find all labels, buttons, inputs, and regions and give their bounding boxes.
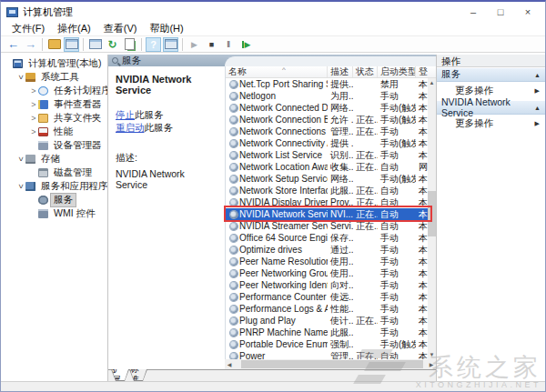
service-row[interactable]: Peer Networking Groupi... 使用... 手动 本: [226, 267, 428, 279]
actions-section-header[interactable]: NVIDIA Network Service▲: [437, 100, 545, 115]
column-header[interactable]: 名称: [226, 66, 328, 77]
forward-arrow-icon[interactable]: →: [23, 37, 38, 52]
collapse-icon[interactable]: ▲: [534, 105, 541, 111]
service-startup-type: 手动: [378, 90, 416, 103]
service-row[interactable]: NVIDIA Network Service NVI... 正在... 自动 本: [226, 208, 428, 220]
tree-item[interactable]: 计算机管理(本地): [1, 56, 107, 70]
tree-item[interactable]: > 存储: [1, 152, 107, 166]
tree-item-label[interactable]: 计算机管理(本地): [25, 57, 105, 70]
tree-expander-icon[interactable]: >: [16, 155, 25, 164]
tree-expander-icon[interactable]: >: [29, 100, 38, 109]
back-arrow-icon[interactable]: ←: [5, 37, 21, 52]
tree-expander-icon[interactable]: >: [29, 127, 38, 136]
close-button[interactable]: ×: [514, 3, 541, 21]
service-row[interactable]: Netlogon 为用... 手动 本: [226, 90, 428, 102]
tree-item-label[interactable]: 系统工具: [38, 71, 82, 84]
actions-section-header[interactable]: 服务▲: [437, 67, 545, 82]
minimize-button[interactable]: –: [460, 3, 487, 21]
tree-item[interactable]: 设备管理器: [1, 138, 107, 152]
service-description: 此服...: [328, 327, 353, 339]
vertical-scrollbar[interactable]: ▲ ▼: [428, 78, 436, 359]
tree-item-label[interactable]: 共享文件夹: [51, 112, 105, 125]
service-row[interactable]: Network Location Aware... 收集... 正在... 自动…: [226, 161, 428, 173]
restart-icon[interactable]: ▶: [238, 37, 254, 52]
service-row[interactable]: PNRP Machine Name Pu... 此服... 手动 本: [226, 327, 428, 338]
tree-expander-icon[interactable]: >: [16, 73, 25, 82]
tree-item-label[interactable]: 服务: [51, 194, 76, 206]
tree-item[interactable]: 磁盘管理: [1, 166, 107, 179]
service-row[interactable]: Network Connections 管理... 正在... 手动 本: [226, 126, 428, 137]
service-row[interactable]: Office 64 Source Engine 保存... 手动 本: [226, 232, 428, 244]
tree-expander-icon[interactable]: >: [29, 114, 38, 123]
service-row[interactable]: Optimize drives 通过... 手动 本: [226, 244, 428, 256]
tree-item-label[interactable]: 设备管理器: [51, 139, 105, 152]
play-icon[interactable]: ▶: [187, 37, 202, 52]
service-startup-type: 手动: [378, 303, 416, 316]
service-row[interactable]: NVIDIA Streamer Service Servi... 正在... 自…: [226, 220, 428, 232]
service-row[interactable]: Net.Tcp Port Sharing Ser... 提供... 禁用 本: [226, 78, 428, 90]
column-header[interactable]: 描述: [328, 66, 353, 77]
column-header[interactable]: 状态: [353, 66, 378, 77]
tree-item-label[interactable]: 磁盘管理: [51, 166, 95, 179]
restart-service-link[interactable]: 重启动: [116, 122, 145, 133]
tree-item-label[interactable]: 任务计划程序: [51, 85, 108, 97]
scroll-right-icon[interactable]: ▶: [427, 361, 436, 367]
folder-icon[interactable]: [46, 37, 62, 52]
menu-item[interactable]: 查看(V): [98, 22, 143, 35]
tree-item[interactable]: > 服务和应用程序: [1, 179, 107, 193]
service-row[interactable]: Network List Service 识别... 正在... 手动 本: [226, 149, 428, 161]
tree-expander-icon[interactable]: >: [29, 86, 38, 95]
tree-item[interactable]: 服务: [1, 193, 107, 206]
console-window-icon[interactable]: [64, 37, 79, 52]
service-row[interactable]: Peer Networking Identity... 向对... 手动 本: [226, 279, 428, 291]
description-label: 描述:: [116, 152, 217, 165]
stop-icon[interactable]: ■: [204, 37, 219, 52]
tree-item-label[interactable]: 事件查看器: [51, 98, 105, 111]
collapse-icon[interactable]: ▲: [534, 72, 541, 78]
service-row[interactable]: Network Connectivity Ass... 提供 ... 手动(触发…: [226, 137, 428, 149]
tree-item-label[interactable]: 服务和应用程序: [38, 180, 108, 193]
service-row[interactable]: Peer Name Resolution Pr... 使用... 手动 本: [226, 256, 428, 267]
export-list-icon[interactable]: [122, 37, 137, 52]
tab-label: 标准: [130, 369, 147, 380]
tree-expander-icon[interactable]: >: [16, 182, 25, 191]
stop-service-link[interactable]: 停止: [116, 109, 135, 120]
menu-item[interactable]: 操作(A): [52, 22, 96, 35]
scroll-up-icon[interactable]: ▲: [428, 78, 436, 87]
column-header[interactable]: 登: [416, 66, 428, 77]
refresh-icon[interactable]: ↻: [105, 37, 120, 52]
scroll-left-icon[interactable]: ◀: [225, 361, 234, 367]
scroll-down-icon[interactable]: ▼: [428, 350, 436, 359]
tab-standard[interactable]: 标准: [129, 369, 147, 381]
service-row[interactable]: Plug and Play 使计... 正在... 手动 本: [226, 315, 428, 327]
service-row[interactable]: Network Connection Bro... 允许 ... 正在... 手…: [226, 114, 428, 126]
tree-item[interactable]: WMI 控件: [1, 206, 107, 220]
help-icon[interactable]: ?: [146, 37, 161, 52]
service-row[interactable]: Network Setup Service 网络... 手动(触发... 本: [226, 173, 428, 185]
tree-item-label[interactable]: 性能: [51, 126, 76, 138]
service-startup-type: 手动: [378, 267, 416, 280]
tree-item[interactable]: > 事件查看器: [1, 97, 107, 111]
tree-item-label[interactable]: 存储: [38, 153, 63, 166]
show-pane-icon[interactable]: [163, 37, 178, 52]
pause-icon[interactable]: ‖: [221, 37, 237, 52]
maximize-button[interactable]: □: [487, 3, 514, 21]
service-description: 使远...: [328, 291, 353, 304]
window-icon[interactable]: [87, 37, 103, 52]
column-header[interactable]: 启动类型: [378, 66, 416, 77]
service-row[interactable]: Network Connected Devi... 网络... 手动(触发...…: [226, 102, 428, 114]
tree-item[interactable]: > 任务计划程序: [1, 84, 107, 97]
service-row[interactable]: Performance Logs & Aler... 性能... 手动 本: [226, 303, 428, 315]
menu-item[interactable]: 帮助(H): [144, 22, 188, 35]
tree-item[interactable]: > 系统工具: [1, 70, 107, 84]
tree-item-label[interactable]: WMI 控件: [51, 207, 98, 220]
service-row[interactable]: Performance Counter DL... 使远... 手动 本: [226, 291, 428, 303]
main-area: 计算机管理(本地) > 系统工具 > 任务计划程序 > 事件查看器 > 共享文件…: [1, 55, 545, 381]
vertical-scroll-thumb[interactable]: [428, 191, 436, 236]
service-row[interactable]: Network Store Interface ... 此服... 正在... …: [226, 185, 428, 196]
service-row[interactable]: NVIDIA Display Driver Se... Prov... 正在..…: [226, 196, 428, 208]
menu-item[interactable]: 文件(F): [6, 22, 50, 35]
tree-item[interactable]: > 共享文件夹: [1, 111, 107, 125]
tree-item[interactable]: > 性能: [1, 125, 107, 138]
tab-extended[interactable]: 扩展: [111, 369, 129, 381]
